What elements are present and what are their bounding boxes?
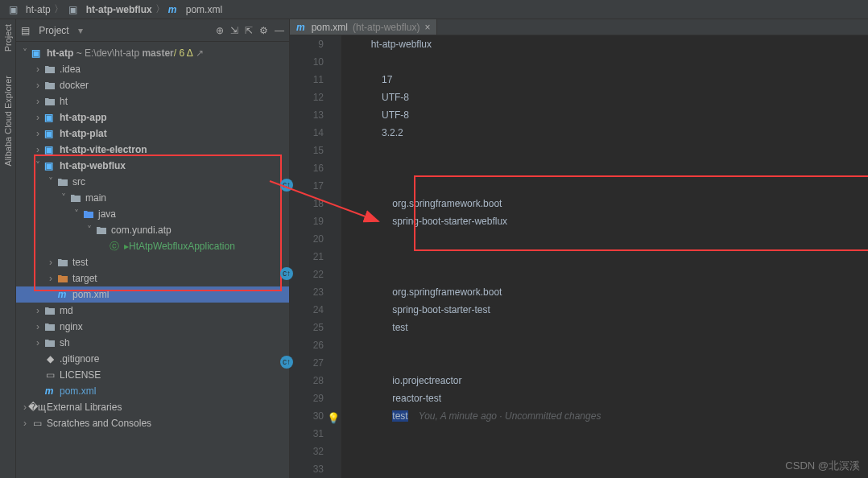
- bulb-icon[interactable]: 💡: [327, 410, 340, 427]
- folder-icon: [56, 272, 69, 285]
- folder-icon: [56, 256, 69, 269]
- editor-tab-bar: m pom.xml (ht-atp-webflux) ×: [290, 19, 868, 35]
- folder-icon: ▣: [43, 111, 56, 124]
- tree-row[interactable]: ˅▣ht-atp-webflux: [16, 158, 289, 174]
- pane-title[interactable]: ▤ Project ▾: [21, 25, 216, 36]
- tree-row[interactable]: ›.idea: [16, 61, 289, 77]
- expander-icon[interactable]: ›: [32, 144, 43, 155]
- folder-icon: ▣: [31, 47, 43, 60]
- breadcrumb-item[interactable]: ▣ht-atp: [6, 3, 51, 16]
- left-tool-strip: Project Alibaba Cloud Explorer: [0, 19, 16, 478]
- expander-icon[interactable]: ›: [32, 305, 43, 316]
- hide-icon[interactable]: —: [275, 25, 284, 36]
- tree-row[interactable]: ›�щExternal Libraries: [16, 399, 289, 415]
- folder-icon: [43, 95, 56, 108]
- tree-row[interactable]: ›md: [16, 303, 289, 319]
- tree-row[interactable]: ˅src: [16, 174, 289, 190]
- folder-icon: ▭: [43, 369, 56, 381]
- close-icon[interactable]: ×: [424, 22, 430, 33]
- tree-row[interactable]: ›target: [16, 270, 289, 286]
- chevron-right-icon: 〉: [54, 2, 64, 16]
- tree-row[interactable]: ›▭Scratches and Consoles: [16, 415, 289, 431]
- folder-icon: [56, 175, 69, 188]
- select-opened-icon[interactable]: ⊕: [216, 25, 224, 36]
- expander-icon[interactable]: ˅: [71, 208, 82, 220]
- tree-row[interactable]: ◆.gitignore: [16, 351, 289, 367]
- expand-all-icon[interactable]: ⇲: [230, 25, 238, 36]
- tree-row[interactable]: ›▣ht-atp-app: [16, 109, 289, 126]
- expander-icon[interactable]: ›: [45, 273, 56, 284]
- tree-row[interactable]: mpom.xml: [16, 286, 289, 303]
- tree-row[interactable]: ›▣ht-atp-plat: [16, 126, 289, 142]
- folder-icon: m: [43, 385, 56, 398]
- expander-icon[interactable]: ›: [32, 321, 43, 332]
- tree-row[interactable]: ›sh: [16, 335, 289, 351]
- gutter-commit-icon[interactable]: c↑: [280, 179, 293, 192]
- tool-project[interactable]: Project: [3, 24, 13, 52]
- gutter: 910111213141516c↑1718192021c↑2223242526c…: [290, 35, 330, 478]
- gutter-commit-icon[interactable]: c↑: [280, 267, 293, 280]
- folder-icon: ⓒ: [108, 240, 121, 253]
- collapse-all-icon[interactable]: ⇱: [245, 25, 253, 36]
- folder-icon: [43, 63, 56, 76]
- tree-row[interactable]: ˅main: [16, 190, 289, 206]
- folder-icon: ▣: [43, 127, 56, 140]
- expander-icon[interactable]: ›: [32, 96, 43, 107]
- expander-icon[interactable]: ›: [32, 64, 43, 75]
- folder-icon: ▣: [43, 143, 56, 156]
- tree-row[interactable]: ›docker: [16, 77, 289, 93]
- editor-tab[interactable]: m pom.xml (ht-atp-webflux) ×: [290, 19, 437, 35]
- watermark: CSDN @北溟溪: [785, 459, 860, 473]
- folder-icon: [43, 336, 56, 349]
- breadcrumb-item[interactable]: ▣ht-atp-webflux: [67, 3, 152, 16]
- expander-icon[interactable]: ˅: [58, 192, 69, 204]
- project-tree[interactable]: ˅▣ht-atp ~ E:\dev\ht-atp master / 6 Δ ↗›…: [16, 42, 289, 478]
- tree-row[interactable]: ⓒ▸ HtAtpWebfluxApplication: [16, 238, 289, 254]
- folder-icon: ▭: [31, 417, 43, 430]
- folder-icon: [43, 304, 56, 317]
- tree-row[interactable]: ›nginx: [16, 319, 289, 335]
- breadcrumb-item[interactable]: m pom.xml: [168, 4, 222, 15]
- tree-row[interactable]: mpom.xml: [16, 383, 289, 399]
- tab-filename: pom.xml: [312, 22, 348, 33]
- folder-icon: m: [56, 288, 69, 301]
- expander-icon[interactable]: ˅: [19, 47, 31, 59]
- folder-icon: [95, 224, 108, 237]
- maven-file-icon: m: [296, 22, 305, 33]
- tree-row[interactable]: ›ht: [16, 93, 289, 109]
- tree-row[interactable]: ˅com.yundi.atp: [16, 222, 289, 238]
- tree-row[interactable]: ˅▣ht-atp ~ E:\dev\ht-atp master / 6 Δ ↗: [16, 45, 289, 61]
- editor-area: m pom.xml (ht-atp-webflux) × 91011121314…: [290, 19, 868, 478]
- chevron-right-icon: 〉: [155, 2, 165, 16]
- expander-icon[interactable]: ›: [19, 418, 31, 429]
- tool-cloud-explorer[interactable]: Alibaba Cloud Explorer: [3, 76, 13, 167]
- expander-icon[interactable]: ›: [45, 257, 56, 268]
- expander-icon[interactable]: ›: [32, 128, 43, 139]
- expander-icon[interactable]: ˅: [84, 225, 95, 236]
- breadcrumb: ▣ht-atp 〉 ▣ht-atp-webflux 〉 m pom.xml: [0, 0, 868, 19]
- expander-icon[interactable]: ˅: [32, 160, 43, 171]
- tab-context: (ht-atp-webflux): [353, 22, 420, 33]
- folder-icon: [43, 320, 56, 333]
- expander-icon[interactable]: ›: [32, 80, 43, 91]
- folder-icon: �щ: [31, 401, 43, 414]
- code-text[interactable]: ht-atp-webflux 17 UTF-8 UTF-8 3.2.2 org.…: [341, 35, 868, 478]
- tree-row[interactable]: ›▣ht-atp-vite-electron: [16, 142, 289, 158]
- folder-icon: ▣: [43, 159, 56, 172]
- folder-icon: ◆: [43, 352, 56, 365]
- editor-body[interactable]: 910111213141516c↑1718192021c↑2223242526c…: [290, 35, 868, 478]
- expander-icon[interactable]: ›: [32, 112, 43, 123]
- project-pane-header: ▤ Project ▾ ⊕ ⇲ ⇱ ⚙ —: [16, 19, 289, 42]
- folder-icon: [82, 208, 95, 220]
- gutter-commit-icon[interactable]: c↑: [280, 356, 293, 369]
- project-pane: ▤ Project ▾ ⊕ ⇲ ⇱ ⚙ — ˅▣ht-atp ~ E:\dev\…: [16, 19, 290, 478]
- tree-row[interactable]: ›test: [16, 254, 289, 270]
- gear-icon[interactable]: ⚙: [259, 25, 268, 36]
- tree-row[interactable]: ▭LICENSE: [16, 367, 289, 383]
- tree-row[interactable]: ˅java: [16, 206, 289, 222]
- folder-icon: [43, 79, 56, 92]
- folder-icon: [69, 192, 82, 204]
- expander-icon[interactable]: ›: [32, 337, 43, 348]
- expander-icon[interactable]: ˅: [45, 176, 56, 187]
